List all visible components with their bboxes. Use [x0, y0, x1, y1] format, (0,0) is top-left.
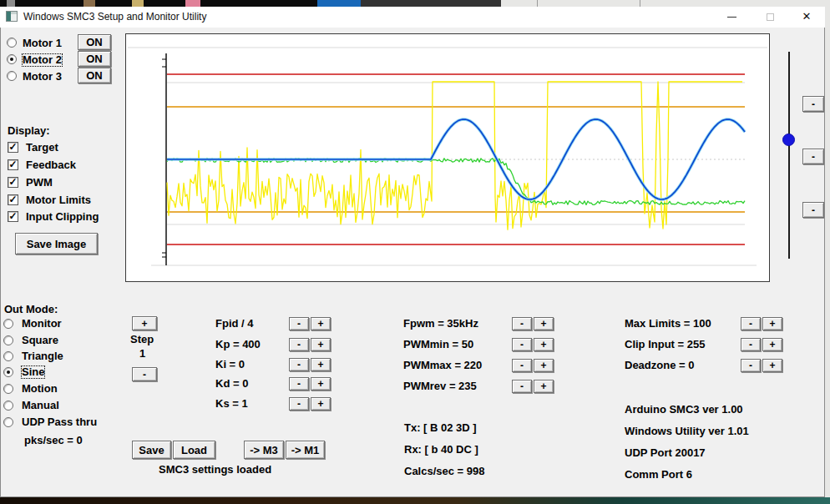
ks-minus-button[interactable]: - [289, 397, 309, 411]
save-button[interactable]: Save [132, 441, 171, 459]
kp-minus-button[interactable]: - [289, 338, 309, 351]
fpwm-minus-button[interactable]: - [512, 317, 532, 330]
checkbox-input-clipping[interactable]: ✓ [8, 211, 18, 222]
radio-motion-label[interactable]: Motion [22, 383, 58, 395]
utility-version-label: Windows Utility ver 1.01 [625, 426, 749, 437]
checkbox-target[interactable]: ✓ [8, 142, 18, 153]
ki-minus-button[interactable]: - [289, 358, 309, 371]
desktop-edge-strip [825, 7, 830, 497]
radio-motion[interactable] [3, 384, 13, 394]
rx-readout: Rx: [ b 40 DC ] [404, 444, 478, 456]
minimize-icon [727, 17, 736, 18]
kp-plus-button[interactable]: + [311, 338, 331, 351]
motor-2-label[interactable]: Motor 2 [23, 54, 62, 66]
ks-label: Ks = 1 [215, 398, 248, 410]
step-minus-button[interactable]: - [132, 367, 157, 381]
taskbar-item [185, 0, 200, 7]
deadzone-minus-button[interactable]: - [741, 359, 761, 372]
clip-input-label: Clip Input = 255 [625, 339, 705, 350]
radio-square-label[interactable]: Square [22, 335, 58, 346]
radio-motor-2[interactable] [7, 54, 17, 64]
fpid-minus-button[interactable]: - [289, 317, 309, 330]
radio-sine[interactable] [3, 367, 13, 377]
checkbox-target-label[interactable]: Target [26, 142, 58, 154]
checkbox-motor-limits-label[interactable]: Motor Limits [26, 194, 91, 206]
max-limits-plus-button[interactable]: + [762, 317, 782, 330]
pwmmin-label: PWMmin = 50 [403, 339, 473, 350]
minimize-button[interactable] [718, 8, 745, 25]
arduino-version-label: Arduino SMC3 ver 1.00 [625, 404, 743, 416]
motor-3-label[interactable]: Motor 3 [23, 71, 62, 83]
motor-1-label[interactable]: Motor 1 [23, 38, 62, 49]
calcs-readout: Calcs/sec = 998 [404, 466, 485, 477]
deadzone-plus-button[interactable]: + [762, 359, 782, 372]
scale-slider-track[interactable] [788, 52, 790, 259]
app-icon-bar [11, 12, 17, 14]
fpwm-label: Fpwm = 35kHz [403, 318, 478, 330]
pwmmax-label: PWMmax = 220 [403, 360, 482, 371]
kd-plus-button[interactable]: + [311, 377, 331, 391]
radio-square[interactable] [3, 335, 13, 345]
step-label: Step [130, 334, 154, 345]
settings-status-label: SMC3 settings loaded [159, 464, 271, 476]
window-title: Windows SMC3 Setup and Monitor Utility [23, 11, 206, 23]
scale-minus-button-3[interactable]: - [802, 202, 824, 218]
max-limits-minus-button[interactable]: - [741, 317, 761, 330]
ks-plus-button[interactable]: + [311, 397, 331, 411]
max-limits-label: Max Limits = 100 [625, 318, 711, 330]
scale-minus-button-2[interactable]: - [802, 149, 824, 164]
radio-monitor[interactable] [3, 319, 13, 329]
checkbox-feedback[interactable]: ✓ [8, 159, 18, 170]
scale-minus-button-1[interactable]: - [802, 96, 824, 112]
checkbox-motor-limits[interactable]: ✓ [8, 194, 18, 205]
to-m3-button[interactable]: -> M3 [244, 441, 284, 459]
checkbox-input-clipping-label[interactable]: Input Clipping [26, 211, 99, 223]
pwmmax-plus-button[interactable]: + [534, 359, 554, 372]
radio-manual[interactable] [3, 401, 13, 411]
pwmmax-minus-button[interactable]: - [512, 359, 532, 372]
radio-udp-pass-thru[interactable] [3, 417, 13, 427]
app-icon [6, 11, 18, 22]
checkbox-pwm[interactable]: ✓ [8, 177, 18, 188]
pks-per-sec-label: pks/sec = 0 [24, 435, 83, 446]
clip-input-plus-button[interactable]: + [762, 338, 782, 351]
clip-input-minus-button[interactable]: - [741, 338, 761, 351]
maximize-icon [767, 13, 774, 21]
radio-triangle-label[interactable]: Triangle [22, 350, 63, 362]
save-image-button[interactable]: Save Image [15, 233, 98, 255]
radio-udp-label[interactable]: UDP Pass thru [22, 416, 97, 428]
load-button[interactable]: Load [173, 441, 215, 459]
ki-label: Ki = 0 [215, 359, 245, 370]
radio-manual-label[interactable]: Manual [22, 400, 59, 411]
taskbar-item-active [317, 0, 361, 7]
checkbox-pwm-label[interactable]: PWM [26, 177, 53, 189]
radio-monitor-label[interactable]: Monitor [22, 318, 62, 330]
close-button[interactable]: ✕ [793, 8, 820, 25]
close-icon: ✕ [802, 10, 812, 23]
fpid-plus-button[interactable]: + [311, 317, 331, 330]
kd-label: Kd = 0 [215, 378, 248, 390]
deadzone-label: Deadzone = 0 [625, 360, 694, 371]
pwmmin-minus-button[interactable]: - [512, 338, 532, 351]
motor-3-on-button[interactable]: ON [78, 68, 111, 83]
pwmrev-plus-button[interactable]: + [534, 380, 554, 393]
ki-plus-button[interactable]: + [311, 358, 331, 371]
radio-triangle[interactable] [3, 351, 13, 361]
radio-motor-1[interactable] [7, 38, 17, 48]
step-value: 1 [139, 348, 145, 360]
scope-chart [126, 34, 769, 281]
step-plus-button[interactable]: + [132, 316, 157, 330]
motor-2-on-button[interactable]: ON [78, 51, 111, 67]
motor-1-on-button[interactable]: ON [78, 34, 111, 50]
radio-sine-label[interactable]: Sine [22, 366, 44, 378]
kd-minus-button[interactable]: - [289, 377, 309, 391]
fpwm-plus-button[interactable]: + [534, 317, 554, 330]
pwmrev-minus-button[interactable]: - [512, 380, 532, 393]
to-m1-button[interactable]: -> M1 [286, 441, 325, 459]
scale-slider-thumb[interactable] [782, 134, 795, 146]
window-seam [640, 0, 640, 7]
pwmmin-plus-button[interactable]: + [534, 338, 554, 351]
checkbox-feedback-label[interactable]: Feedback [26, 159, 76, 171]
maximize-button[interactable] [757, 8, 783, 25]
radio-motor-3[interactable] [7, 71, 17, 81]
